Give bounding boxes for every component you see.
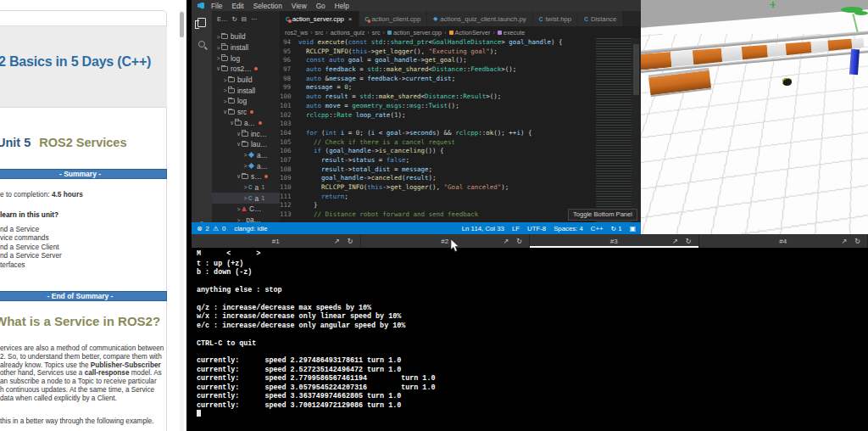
refresh-icon[interactable]: ↻	[232, 15, 237, 23]
topic-item: nd a Service	[0, 225, 62, 233]
line-col-indicator[interactable]: Ln 114, Col 33	[462, 225, 504, 232]
terminal-tab-4[interactable]: #4↗↻	[699, 234, 868, 248]
code-text: return;	[298, 193, 348, 202]
tree-item-label: log	[231, 54, 240, 63]
menu-item-edit[interactable]: Edit	[231, 2, 243, 10]
chevron-right-icon: ›	[326, 29, 327, 36]
panel-icon[interactable]: ▣	[630, 225, 636, 232]
menu-item-go[interactable]: Go	[316, 2, 326, 10]
indent-indicator[interactable]: Spaces: 4	[554, 225, 583, 232]
unit-title: ROS2 Services	[39, 136, 126, 149]
chevron-right-icon: >	[215, 45, 221, 51]
tree-item-label: install	[237, 87, 255, 95]
symbol-icon	[387, 31, 392, 35]
tree-item-label: a	[255, 194, 259, 203]
tree-item-s[interactable]: ∨s…	[212, 171, 280, 182]
more-actions-icon[interactable]: ⋯	[251, 15, 258, 23]
tree-item-src[interactable]: ∨src	[212, 107, 280, 118]
tree-item-label: log	[237, 97, 247, 105]
line-number: 99	[280, 83, 298, 92]
tree-item-a[interactable]: >Ca1	[212, 182, 280, 193]
restart-icon[interactable]: ↻	[348, 238, 353, 245]
chevron-right-icon: >	[242, 195, 248, 201]
breadcrumb[interactable]: ros2_ws›src›actions_quiz›src›action_serv…	[280, 26, 641, 38]
collapse-all-icon[interactable]: ⊟	[242, 15, 247, 23]
minimap[interactable]	[596, 38, 632, 222]
tree-item-pa[interactable]: >◦pa…	[212, 215, 280, 222]
chevron-down-icon: ∨	[236, 141, 242, 148]
encoding-indicator[interactable]: UTF-8	[527, 225, 546, 232]
tree-item-install[interactable]: >install	[212, 42, 280, 53]
clangd-status[interactable]: clangd: idle	[234, 225, 267, 232]
breadcrumb-item[interactable]: src	[372, 29, 381, 36]
tree-item-a[interactable]: ∨a…	[212, 118, 280, 129]
terminal-tab-1[interactable]: #1↗↻	[192, 234, 361, 248]
terminal-output[interactable]: M < > t : up (+z)b : down (-z) anything …	[192, 248, 868, 431]
topic-item: vice commands	[0, 233, 62, 242]
course-scrollbar-thumb[interactable]	[180, 12, 184, 37]
line-number: 110	[280, 183, 298, 193]
restart-icon[interactable]: ↻	[686, 238, 692, 245]
tab-label: action_server.cpp	[292, 15, 344, 23]
breadcrumb-item[interactable]: ActionServer	[455, 29, 491, 36]
tree-item-a[interactable]: >a…	[212, 150, 280, 161]
tree-item-install[interactable]: >install	[212, 85, 280, 96]
code-text: }	[298, 201, 318, 210]
editor-tab[interactable]: Caction_client.cpp	[359, 11, 428, 26]
editor-tab[interactable]: Caction_server.cpp×	[280, 11, 359, 26]
editor-tab[interactable]: CDistance	[578, 11, 623, 26]
eol-indicator[interactable]: LF	[512, 225, 520, 232]
menu-item-view[interactable]: View	[292, 2, 307, 10]
errors-count[interactable]: 2	[206, 225, 209, 232]
editor-tab[interactable]: Ctwist.hpp	[533, 11, 578, 26]
editor-scrollbar-thumb[interactable]	[633, 44, 639, 95]
tree-item-ros2[interactable]: ∨ros2…	[212, 64, 280, 75]
explorer-icon[interactable]	[192, 11, 212, 33]
line-number: 108	[280, 165, 298, 175]
tree-item-a[interactable]: >Ca1	[212, 193, 280, 204]
cpp-file-icon: C	[365, 16, 370, 22]
expand-icon[interactable]: ↗	[334, 238, 340, 245]
terminal-tab-3[interactable]: #3↗↻	[530, 234, 699, 248]
tree-item-label: build	[237, 76, 253, 84]
expand-icon[interactable]: ↗	[842, 238, 848, 245]
restart-icon[interactable]: ↻	[854, 238, 860, 245]
tree-item-log[interactable]: >log	[212, 53, 280, 64]
menu-item-file[interactable]: File	[211, 2, 222, 10]
gazebo-sim-view[interactable]	[641, 0, 868, 234]
tree-item-a[interactable]: >a…	[212, 160, 280, 171]
paragraph-line: h continuous updates. At the same time, …	[0, 386, 180, 395]
tree-item-label: a…	[257, 151, 268, 160]
tree-item-build[interactable]: >build	[212, 75, 280, 86]
status-bar: ⊗ 2 ⚠ 0 clangd: idle Ln 114, Col 33 LF U…	[192, 222, 641, 234]
menu-item-help[interactable]: Help	[335, 2, 349, 10]
symbol-icon	[449, 31, 453, 35]
breadcrumb-item[interactable]: actions_quiz	[331, 29, 365, 36]
breadcrumb-item[interactable]: action_server.cpp	[393, 29, 442, 36]
topic-item: nd a Service Server	[0, 251, 62, 260]
sync-indicator[interactable]: ↻ 1	[611, 225, 622, 232]
course-scrollbar-track[interactable]	[180, 10, 184, 431]
warnings-icon[interactable]: ⚠	[213, 225, 219, 232]
expand-icon[interactable]: ↗	[504, 238, 509, 245]
expand-icon[interactable]: ↗	[672, 238, 678, 245]
breadcrumb-item[interactable]: ros2_ws	[285, 29, 308, 36]
warnings-count[interactable]: 0	[222, 225, 225, 232]
tree-item-inc[interactable]: ∨inc…	[212, 128, 280, 139]
tree-item-lau[interactable]: ∨lau…	[212, 139, 280, 150]
tree-item-log[interactable]: >log	[212, 96, 280, 107]
terminal-tab-2[interactable]: #2↗↻	[361, 234, 531, 248]
code-editor[interactable]: 94void execute(const std::shared_ptr<Goa…	[280, 38, 641, 222]
editor-tab[interactable]: ◆actions_quiz_client.launch.py	[427, 11, 532, 26]
language-indicator[interactable]: C++	[591, 225, 604, 232]
breadcrumb-item[interactable]: src	[315, 29, 324, 36]
menu-item-selection[interactable]: Selection	[253, 2, 282, 10]
tree-item-build[interactable]: >build	[212, 31, 280, 42]
breadcrumb-item[interactable]: execute	[504, 29, 526, 36]
tree-item-C[interactable]: >C…	[212, 204, 280, 215]
restart-icon[interactable]: ↻	[516, 238, 522, 245]
mouse-cursor	[450, 239, 460, 253]
close-icon[interactable]: ×	[348, 15, 353, 23]
search-icon[interactable]	[192, 33, 212, 55]
errors-icon[interactable]: ⊗	[197, 225, 203, 232]
